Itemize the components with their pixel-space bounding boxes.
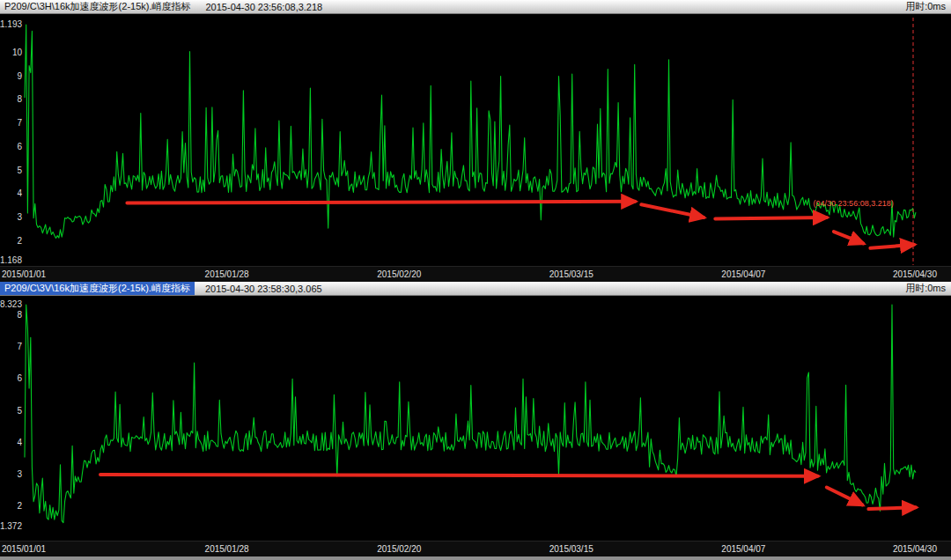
cursor-timestamp-3v: 2015-04-30 23:58:30,3.065 xyxy=(205,284,322,294)
y-tick-label: 7 xyxy=(17,118,22,128)
x-tick-label: 2015/01/01 xyxy=(2,269,46,279)
y-tick-label: 2 xyxy=(17,501,22,511)
y-tick-label: 1.372 xyxy=(0,521,22,531)
elapsed-time-3v: 用时:0ms xyxy=(905,282,951,295)
x-tick-label: 2015/02/20 xyxy=(377,544,421,554)
trend-arrow xyxy=(834,232,863,243)
y-tick-label: 6 xyxy=(17,142,22,151)
y-tick-label: 8 xyxy=(17,94,22,104)
trend-arrow xyxy=(641,204,704,217)
y-tick-label: 5 xyxy=(17,406,22,416)
x-tick-label: 2015/01/01 xyxy=(2,544,46,554)
y-tick-label: 11.193 xyxy=(0,19,22,29)
trend-arrow xyxy=(868,507,916,509)
y-tick-label: 7 xyxy=(17,342,22,351)
cursor-annotation: (04/30 23:56:08,3.218) xyxy=(814,199,894,208)
y-tick-label: 10 xyxy=(12,48,23,57)
panel-header-3h: P209/C\3H\16k加速度波形(2-15k).峭度指标 2015-04-3… xyxy=(0,0,951,14)
x-tick-label: 2015/02/20 xyxy=(377,269,421,279)
x-axis-3h: 2015/01/012015/01/282015/02/202015/03/15… xyxy=(0,266,951,282)
y-tick-label: 4 xyxy=(17,438,22,447)
y-tick-label: 8.323 xyxy=(0,299,22,309)
trend-plot-3h[interactable]: 11.19310987654321.168(04/30 23:56:08,3.2… xyxy=(0,14,951,266)
channel-title-3h[interactable]: P209/C\3H\16k加速度波形(2-15k).峭度指标 xyxy=(0,0,195,13)
trend-arrow xyxy=(715,217,827,218)
y-tick-label: 8 xyxy=(17,310,22,320)
y-tick-label: 1.168 xyxy=(0,255,22,265)
panel-header-3v: P209/C\3V\16k加速度波形(2-15k).峭度指标 2015-04-3… xyxy=(0,282,951,296)
x-tick-label: 2015/04/07 xyxy=(721,269,765,279)
trend-panel-3v: P209/C\3V\16k加速度波形(2-15k).峭度指标 2015-04-3… xyxy=(0,282,951,556)
x-tick-label: 2015/04/30 xyxy=(893,269,937,279)
trend-arrow xyxy=(100,475,818,476)
x-tick-label: 2015/01/28 xyxy=(205,544,249,554)
y-tick-label: 4 xyxy=(17,188,22,198)
window-bottom-edge xyxy=(0,556,951,560)
elapsed-time-3h: 用时:0ms xyxy=(905,0,951,13)
x-tick-label: 2015/01/28 xyxy=(205,269,249,279)
cursor-timestamp-3h: 2015-04-30 23:56:08,3.218 xyxy=(206,2,323,12)
y-tick-label: 3 xyxy=(17,469,22,479)
y-tick-label: 5 xyxy=(17,166,22,175)
x-tick-label: 2015/04/07 xyxy=(721,544,765,554)
trend-arrow xyxy=(870,245,914,248)
y-tick-label: 9 xyxy=(17,71,22,81)
x-axis-3v: 2015/01/012015/01/282015/02/202015/03/15… xyxy=(0,541,951,556)
trend-plot-3v[interactable]: 8.32387654321.372 xyxy=(0,296,951,541)
y-tick-label: 2 xyxy=(17,236,22,246)
trend-line xyxy=(25,25,916,238)
trend-line xyxy=(25,305,916,522)
trend-arrow xyxy=(127,202,635,203)
y-tick-label: 3 xyxy=(17,212,22,222)
trend-panel-3h: P209/C\3H\16k加速度波形(2-15k).峭度指标 2015-04-3… xyxy=(0,0,951,282)
x-tick-label: 2015/04/30 xyxy=(893,544,937,554)
x-tick-label: 2015/03/15 xyxy=(549,544,593,554)
channel-title-3v[interactable]: P209/C\3V\16k加速度波形(2-15k).峭度指标 xyxy=(0,282,195,295)
x-tick-label: 2015/03/15 xyxy=(549,269,593,279)
y-tick-label: 6 xyxy=(17,373,22,383)
